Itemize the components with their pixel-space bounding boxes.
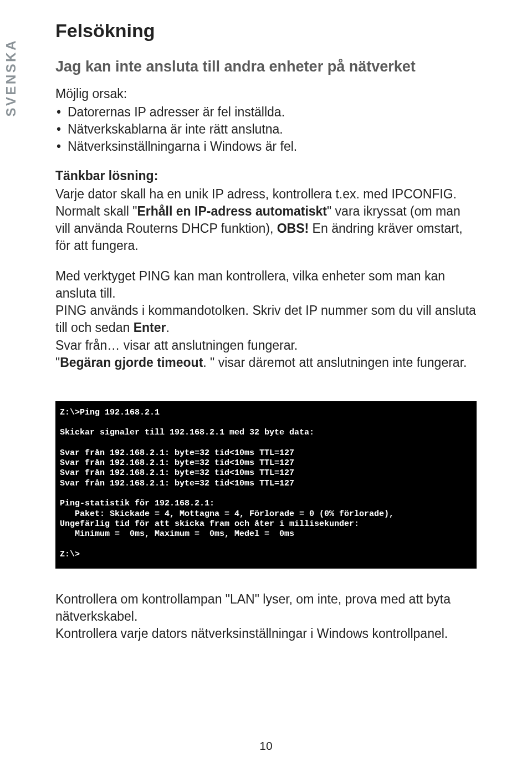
text: " <box>55 355 60 370</box>
text: . " visar däremot att anslutningen inte … <box>203 355 467 370</box>
bold-text: OBS! <box>277 221 309 236</box>
list-item: Datorernas IP adresser är fel inställda. <box>55 104 477 121</box>
section-subtitle: Jag kan inte ansluta till andra enheter … <box>55 58 477 75</box>
list-item: Nätverkskablarna är inte rätt anslutna. <box>55 121 477 138</box>
cause-list: Datorernas IP adresser är fel inställda.… <box>55 104 477 155</box>
spacer <box>55 371 477 391</box>
list-item: Nätverksinställningarna i Windows är fel… <box>55 138 477 155</box>
bottom-paragraph: Kontrollera om kontrollampan "LAN" lyser… <box>55 591 477 642</box>
page-title: Felsökning <box>55 20 477 42</box>
page-number: 10 <box>0 739 532 753</box>
text: PING används i kommandotolken. Skriv det… <box>55 303 476 335</box>
bold-text: Enter <box>134 320 166 335</box>
bold-text: Erhåll en IP-adress automatiskt <box>137 204 327 218</box>
solution-label: Tänkbar lösning: <box>55 168 477 183</box>
ping-paragraph: Med verktyget PING kan man kontrollera, … <box>55 268 477 371</box>
cause-label: Möjlig orsak: <box>55 86 477 101</box>
text: . <box>166 320 169 335</box>
text: Med verktyget PING kan man kontrollera, … <box>55 269 445 300</box>
document-page: SVENSKA Felsökning Jag kan inte ansluta … <box>0 0 532 767</box>
bold-text: Begäran gjorde timeout <box>60 355 203 370</box>
text: Kontrollera om kontrollampan "LAN" lyser… <box>55 592 451 623</box>
text: Svar från… visar att anslutningen funger… <box>55 338 298 352</box>
terminal-output: Z:\>Ping 192.168.2.1 Skickar signaler ti… <box>55 401 477 569</box>
text: Kontrollera varje dators nätverksinställ… <box>55 626 448 641</box>
solution-paragraph: Varje dator skall ha en unik IP adress, … <box>55 186 477 254</box>
language-side-label: SVENSKA <box>3 39 19 117</box>
